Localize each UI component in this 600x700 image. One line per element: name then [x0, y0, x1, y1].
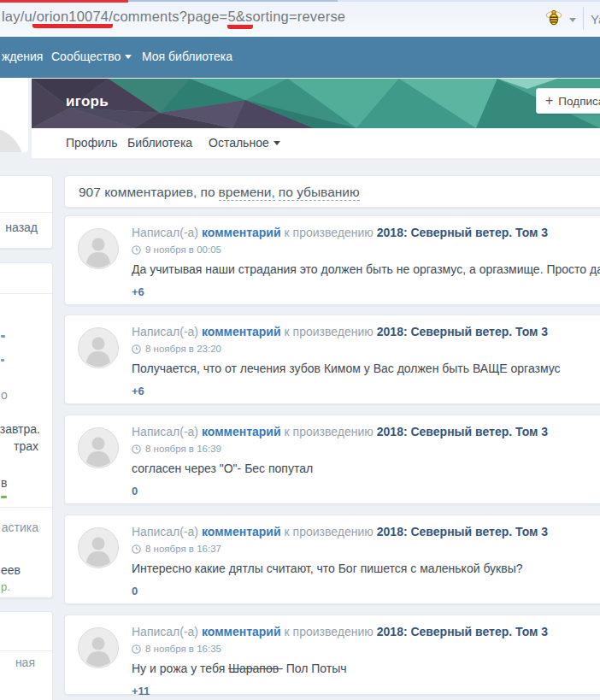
comment-card: Написал(-а)комментарийк произведению2018…	[64, 515, 600, 604]
site-navbar: ждения Сообщество Моя библиотека Доба	[0, 37, 600, 78]
commenter-avatar[interactable]	[78, 627, 119, 668]
sidebar-rating-fragment: р.	[1, 580, 10, 593]
nav-item-community[interactable]: Сообщество	[51, 50, 132, 63]
sidebar-fragment: завтра.	[0, 422, 40, 436]
sidebar-fragment: астика	[2, 521, 38, 534]
url-middle: comments?page=	[113, 9, 227, 24]
url-suffix: &sorting=reverse	[236, 9, 345, 24]
url-prefix: lay/u	[2, 9, 32, 24]
clock-icon	[132, 544, 141, 554]
comment-date: 8 ноября в 16:39	[145, 444, 221, 454]
sort-order-link[interactable]: по убыванию	[279, 185, 360, 201]
sidebar-fragment: о	[1, 388, 8, 402]
subscribe-button[interactable]: + Подписа	[536, 88, 600, 114]
comments-count-text: 907 комментариев, по	[79, 185, 215, 199]
sidebar-fragment: трах	[14, 439, 38, 453]
comment-action-text: Написал(-а)	[132, 525, 198, 538]
browser-address-bar[interactable]: lay/u/orion10074/comments?page=5&sorting…	[0, 0, 600, 37]
comment-votes: 0	[132, 585, 138, 597]
commenter-avatar[interactable]	[78, 427, 119, 468]
addressbar-top-border-light	[338, 0, 600, 2]
comments-count-card: 907 комментариев, повремени,по убыванию	[64, 175, 600, 208]
comment-towork-text: к произведению	[285, 425, 374, 438]
comment-body: Интересно какие дятлы считают, что Бог п…	[132, 562, 523, 575]
work-title-link[interactable]: 2018: Северный ветер. Том 3	[377, 226, 548, 239]
extension-label[interactable]: Yandex	[591, 12, 600, 26]
comment-timestamp: 9 ноября в 00:05	[132, 244, 221, 255]
comment-body: Да учитывая наши страдания это должен бы…	[132, 262, 600, 276]
nav-item-community-label: Сообщество	[51, 50, 121, 63]
plus-icon: +	[545, 94, 553, 108]
comment-timestamp: 8 ноября в 23:20	[132, 344, 221, 354]
comment-towork-text: к произведению	[285, 525, 374, 538]
comment-body-strikethrough: Шарапов-	[228, 662, 283, 675]
comment-votes: +11	[132, 685, 150, 697]
chevron-down-icon	[125, 55, 132, 59]
comment-body-suffix: Пол Потыч	[283, 662, 347, 675]
comment-body: Ну и рожа у тебя Шарапов- Пол Потыч	[132, 662, 347, 675]
comment-votes: +6	[132, 385, 144, 397]
comment-votes: 0	[132, 485, 138, 497]
comment-link[interactable]: комментарий	[202, 625, 281, 638]
profile-avatar[interactable]	[0, 126, 24, 152]
commenter-avatar[interactable]	[78, 527, 119, 568]
sidebar-card-2: о завтра. трах в астика еев р.	[0, 262, 53, 598]
sort-by-time-link[interactable]: времени,	[219, 185, 275, 201]
comment-towork-text: к произведению	[285, 325, 374, 338]
link-fragment	[1, 359, 4, 362]
comment-action-text: Написал(-а)	[132, 625, 198, 638]
sidebar-fragment: назад	[5, 221, 38, 234]
comment-votes: +6	[132, 285, 144, 298]
tab-more-label: Остальное	[209, 136, 269, 150]
comment-card: Написал(-а)комментарийк произведению2018…	[64, 315, 600, 404]
clock-icon	[132, 245, 141, 255]
comment-body-prefix: Ну и рожа у тебя	[132, 662, 228, 675]
divider	[0, 293, 52, 294]
link-fragment	[1, 335, 5, 338]
comment-card: Написал(-а)комментарийк произведению2018…	[64, 215, 600, 305]
subscribe-button-label: Подписа	[558, 95, 600, 108]
clock-icon	[132, 444, 141, 454]
profile-avatar-card	[0, 78, 28, 152]
comment-date: 9 ноября в 00:05	[145, 244, 221, 255]
comment-timestamp: 8 ноября в 16:37	[132, 544, 221, 554]
annotation-top-red-line	[0, 0, 128, 3]
comment-action-text: Написал(-а)	[132, 325, 198, 338]
comment-link[interactable]: комментарий	[202, 525, 281, 538]
comment-body: согласен через "О"- Бес попутал	[132, 462, 313, 475]
work-title-link[interactable]: 2018: Северный ветер. Том 3	[377, 525, 548, 538]
addressbar-top-border	[128, 0, 338, 2]
nav-item-my-library[interactable]: Моя библиотека	[142, 50, 232, 63]
nav-item-truncated[interactable]: ждения	[2, 50, 43, 63]
commenter-avatar[interactable]	[78, 228, 119, 269]
comment-card: Написал(-а)комментарийк произведению2018…	[64, 415, 600, 504]
comment-link[interactable]: комментарий	[202, 425, 281, 438]
commenter-avatar[interactable]	[78, 327, 119, 368]
comment-towork-text: к произведению	[285, 226, 374, 239]
work-title-link[interactable]: 2018: Северный ветер. Том 3	[377, 325, 548, 338]
work-title-link[interactable]: 2018: Северный ветер. Том 3	[377, 425, 548, 438]
bee-extension-icon[interactable]	[544, 8, 563, 30]
comment-link[interactable]: комментарий	[202, 226, 281, 239]
comment-timestamp: 8 ноября в 16:39	[132, 444, 221, 454]
sidebar-card-1: назад	[0, 175, 53, 249]
tab-more[interactable]: Остальное	[209, 136, 280, 150]
url-username-annotated: /orion10074/	[32, 9, 113, 28]
comment-action-text: Написал(-а)	[132, 226, 198, 239]
clock-icon	[132, 644, 141, 654]
clock-icon	[132, 344, 141, 354]
extension-dropdown-chevron-icon[interactable]	[569, 18, 576, 22]
banner-lowpoly-art	[32, 79, 600, 128]
comment-link[interactable]: комментарий	[202, 325, 281, 338]
work-title-link[interactable]: 2018: Северный ветер. Том 3	[377, 625, 548, 638]
tab-library[interactable]: Библиотека	[127, 136, 192, 150]
comment-date: 8 ноября в 16:35	[145, 644, 221, 654]
profile-tabs-row: Профиль Библиотека Остальное	[32, 128, 600, 158]
tab-profile[interactable]: Профиль	[66, 136, 117, 150]
profile-banner	[32, 79, 600, 128]
url-text[interactable]: lay/u/orion10074/comments?page=5&sorting…	[2, 9, 345, 26]
comment-body: Получается, что от лечения зубов Кимом у…	[132, 362, 561, 375]
comment-card: Написал(-а)комментарийк произведению2018…	[64, 615, 600, 695]
sidebar-fragment: еев	[1, 563, 21, 577]
profile-username: игорь	[66, 93, 109, 110]
